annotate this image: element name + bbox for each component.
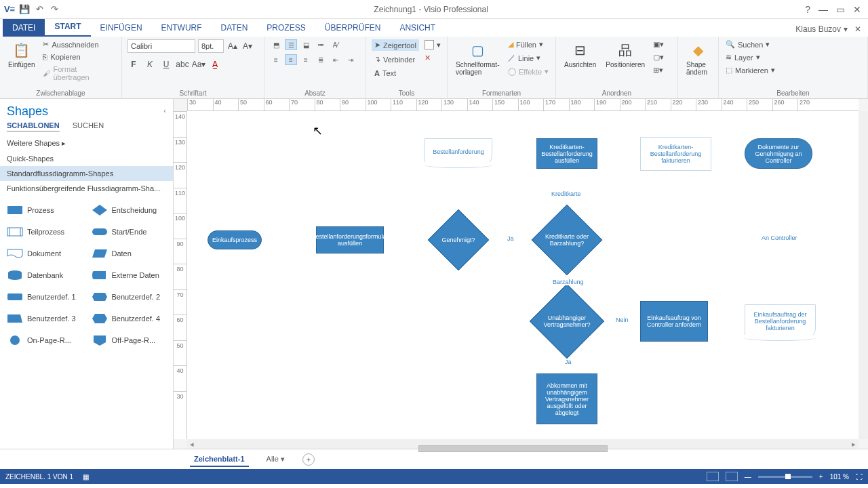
redo-icon[interactable]: ↷: [49, 4, 60, 15]
node-order-doc[interactable]: Bestellanforderung: [425, 138, 492, 165]
underline-button[interactable]: U: [160, 58, 172, 70]
align-right-icon[interactable]: ≡: [300, 54, 312, 65]
grow-font-icon[interactable]: A▴: [226, 40, 239, 52]
bold-button[interactable]: F: [127, 58, 140, 70]
font-size-combo[interactable]: 8pt.: [198, 39, 224, 53]
quick-shapes-item[interactable]: Quick-Shapes: [0, 151, 173, 166]
minimize-icon[interactable]: —: [818, 4, 828, 15]
connector-tool[interactable]: ↴Verbinder: [372, 54, 419, 65]
stencils-tab[interactable]: SCHABLONEN: [7, 121, 60, 131]
shape-database[interactable]: Datenbank: [3, 265, 86, 285]
tab-design[interactable]: ENTWURF: [152, 19, 212, 37]
undo-icon[interactable]: ↶: [34, 4, 45, 15]
shape-decision[interactable]: Entscheidung: [87, 200, 171, 220]
node-form-fill[interactable]: Bestellanforderungsformular ausfüllen: [316, 226, 384, 253]
macro-icon[interactable]: ▦: [83, 473, 89, 481]
align-button[interactable]: ⊟Ausrichten: [561, 39, 599, 70]
vertical-scrollbar[interactable]: [859, 111, 868, 439]
shape-data[interactable]: Daten: [87, 243, 171, 264]
tab-file[interactable]: DATEI: [3, 19, 45, 37]
view-wide-icon[interactable]: [726, 472, 738, 481]
align-center-icon[interactable]: ≡: [285, 54, 297, 65]
shape-offpage-ref[interactable]: Off-Page-R...: [87, 330, 171, 350]
node-cc-invoice[interactable]: Kreditkarten-Bestellanforderung fakturie…: [640, 137, 711, 171]
node-cc-fill[interactable]: Kreditkarten-Bestellanforderung ausfülle…: [536, 138, 597, 169]
copy-button[interactable]: ⎘Kopieren: [41, 52, 116, 62]
align-left-icon[interactable]: ≡: [270, 54, 282, 65]
shape-custom4[interactable]: Benutzerdef. 4: [87, 308, 171, 329]
layer-button[interactable]: ≋Layer ▾: [724, 52, 776, 62]
collapse-pane-icon[interactable]: ‹: [157, 101, 173, 120]
case-button[interactable]: Aa▾: [193, 58, 205, 70]
group-icon[interactable]: ⊞▾: [652, 65, 665, 75]
select-button[interactable]: ⬚Markieren ▾: [724, 65, 776, 75]
tab-data[interactable]: DATEN: [212, 19, 258, 37]
paste-button[interactable]: 📋Einfügen: [5, 39, 37, 70]
italic-button[interactable]: K: [144, 58, 156, 70]
tab-process[interactable]: PROZESS: [257, 19, 315, 37]
zoom-out-icon[interactable]: —: [745, 473, 751, 481]
bullets-icon[interactable]: ≔: [315, 39, 327, 50]
page-tab-all[interactable]: Alle ▾: [262, 452, 289, 466]
node-independent[interactable]: Unabhängiger Vertragsnehmer?: [530, 284, 604, 359]
tab-view[interactable]: ANSICHT: [390, 19, 445, 37]
quick-styles-button[interactable]: ▢Schnellformat-vorlagen: [453, 39, 502, 77]
node-start[interactable]: Einkaufsprozess: [208, 230, 262, 249]
drawing-page[interactable]: Einkaufsprozess Bestellanforderungsformu…: [187, 111, 859, 439]
shape-custom3[interactable]: Benutzerdef. 3: [3, 308, 86, 329]
bring-front-icon[interactable]: ▣▾: [652, 39, 665, 49]
tab-review[interactable]: ÜBERPRÜFEN: [315, 19, 391, 37]
account-user[interactable]: Klaus Buzov ▾ ✕: [789, 22, 868, 37]
more-shapes-item[interactable]: Weitere Shapes ▸: [0, 136, 173, 151]
zoom-in-icon[interactable]: +: [819, 473, 823, 481]
format-painter-button[interactable]: 🖌Format übertragen: [41, 64, 116, 82]
align-bottom-icon[interactable]: ⬓: [300, 39, 312, 50]
justify-icon[interactable]: ≣: [315, 54, 327, 65]
align-top-icon[interactable]: ⬒: [270, 39, 282, 50]
strike-button[interactable]: abc: [176, 58, 189, 70]
align-middle-icon[interactable]: ☰: [285, 39, 297, 50]
shape-onpage-ref[interactable]: On-Page-R...: [3, 330, 86, 350]
maximize-icon[interactable]: ▭: [836, 4, 845, 15]
save-icon[interactable]: 💾: [19, 4, 30, 15]
basic-flowchart-item[interactable]: Standardflussdiagramm-Shapes: [0, 166, 173, 181]
change-shape-button[interactable]: ◆Shape ändern: [684, 39, 713, 77]
add-page-button[interactable]: +: [302, 453, 315, 466]
cut-button[interactable]: ✂Ausschneiden: [41, 39, 116, 49]
node-approved[interactable]: Genehmigt?: [425, 206, 492, 274]
node-docs-controller[interactable]: Dokumente zur Genehmigung an Controller: [745, 138, 812, 169]
tab-start[interactable]: START: [45, 18, 90, 37]
font-color-button[interactable]: A̲: [209, 58, 221, 70]
shape-custom1[interactable]: Benutzerdef. 1: [3, 287, 86, 307]
text-tool[interactable]: AText: [372, 68, 419, 79]
clear-format-icon[interactable]: A⁄: [330, 39, 342, 50]
shape-process[interactable]: Prozess: [3, 200, 86, 220]
pointer-tool[interactable]: ➤Zeigertool: [372, 39, 419, 51]
rect-tool-icon[interactable]: [425, 40, 434, 49]
view-normal-icon[interactable]: [707, 472, 719, 481]
shape-subprocess[interactable]: Teilprozess: [3, 222, 86, 242]
drawing-canvas[interactable]: 3040506070809010011012013014015016017018…: [174, 99, 868, 449]
zoom-slider[interactable]: [758, 476, 812, 478]
shrink-font-icon[interactable]: A▾: [241, 40, 254, 52]
cross-functional-item[interactable]: Funktionsübergreifende Flussdiagramm-Sha…: [0, 181, 173, 196]
node-agreement[interactable]: Abkommen mit unabhängigem Vertragsnehmer…: [536, 373, 597, 424]
page-tab-sheet1[interactable]: Zeichenblatt-1: [190, 452, 249, 467]
node-cc-or-cash[interactable]: Kreditkarte oder Barzahlung?: [530, 203, 604, 277]
close-icon[interactable]: ✕: [853, 4, 861, 15]
indent-dec-icon[interactable]: ⇤: [330, 54, 342, 65]
shape-custom2[interactable]: Benutzerdef. 2: [87, 287, 171, 307]
fill-button[interactable]: ◢Füllen ▾: [507, 39, 550, 49]
find-button[interactable]: 🔍Suchen ▾: [724, 39, 776, 49]
position-button[interactable]: 品Positionieren: [603, 39, 648, 70]
fit-window-icon[interactable]: ⛶: [856, 473, 863, 481]
effects-button[interactable]: ◯Effekte ▾: [507, 66, 550, 77]
zoom-value[interactable]: 101 %: [830, 473, 849, 481]
shape-startend[interactable]: Start/Ende: [87, 222, 171, 242]
tab-insert[interactable]: EINFÜGEN: [91, 19, 152, 37]
shape-external-data[interactable]: Externe Daten: [87, 265, 171, 285]
send-back-icon[interactable]: ▢▾: [652, 52, 665, 62]
line-button[interactable]: ／Linie ▾: [507, 52, 550, 64]
indent-inc-icon[interactable]: ⇥: [344, 54, 357, 65]
shape-document[interactable]: Dokument: [3, 243, 86, 264]
